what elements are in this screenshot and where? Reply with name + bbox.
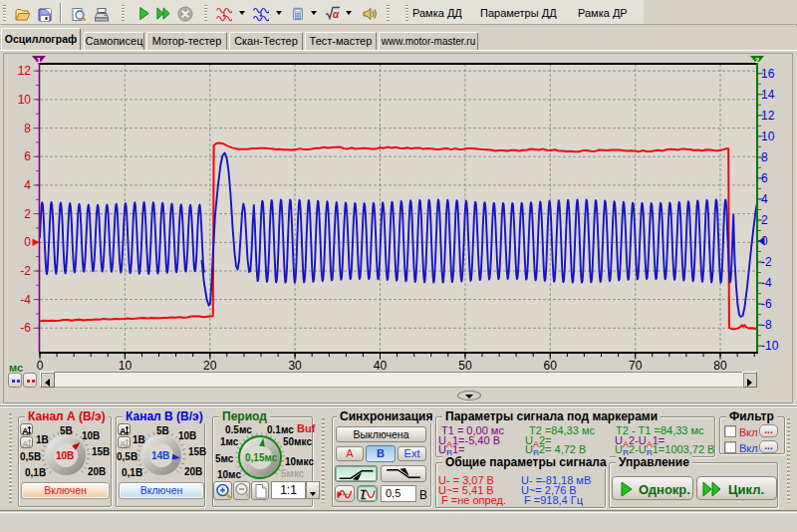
svg-text:A: A — [120, 438, 127, 448]
svg-text:-2: -2 — [761, 255, 772, 269]
svg-text:0: 0 — [761, 234, 768, 248]
svg-text:80: 80 — [713, 359, 727, 373]
svg-text:4: 4 — [761, 192, 768, 206]
svg-text:-2: -2 — [20, 264, 31, 278]
svg-text:1: 1 — [37, 56, 42, 65]
svg-text:10: 10 — [761, 130, 775, 143]
svg-text:16: 16 — [761, 67, 775, 81]
svg-text:-6: -6 — [20, 321, 31, 335]
svg-text:4: 4 — [24, 178, 31, 192]
svg-text:-6: -6 — [761, 297, 772, 311]
svg-text:0: 0 — [37, 359, 44, 373]
svg-text:α: α — [333, 9, 340, 20]
svg-text:2: 2 — [24, 207, 31, 221]
svg-text:12: 12 — [18, 64, 32, 78]
svg-text:8: 8 — [24, 122, 31, 135]
svg-text:10: 10 — [18, 93, 32, 107]
svg-text:14: 14 — [761, 88, 775, 102]
svg-text:-4: -4 — [20, 293, 31, 307]
svg-text:2: 2 — [755, 56, 760, 65]
svg-text:A: A — [120, 425, 127, 435]
svg-text:70: 70 — [629, 359, 643, 373]
svg-text:10: 10 — [119, 359, 133, 373]
svg-text:60: 60 — [544, 359, 558, 373]
svg-text:6: 6 — [761, 171, 768, 185]
svg-text:A: A — [22, 425, 29, 435]
svg-text:6: 6 — [24, 149, 31, 163]
svg-text:8: 8 — [761, 150, 768, 164]
svg-text:50: 50 — [458, 359, 472, 373]
svg-text:A: A — [22, 438, 29, 448]
svg-text:-4: -4 — [761, 276, 772, 290]
svg-text:30: 30 — [288, 359, 302, 373]
svg-text:0: 0 — [24, 235, 31, 249]
svg-text:40: 40 — [374, 359, 388, 373]
svg-text:20: 20 — [203, 359, 217, 373]
svg-text:2: 2 — [761, 213, 768, 227]
svg-text:-8: -8 — [761, 318, 772, 332]
svg-text:-10: -10 — [761, 339, 779, 353]
svg-text:12: 12 — [761, 109, 775, 123]
